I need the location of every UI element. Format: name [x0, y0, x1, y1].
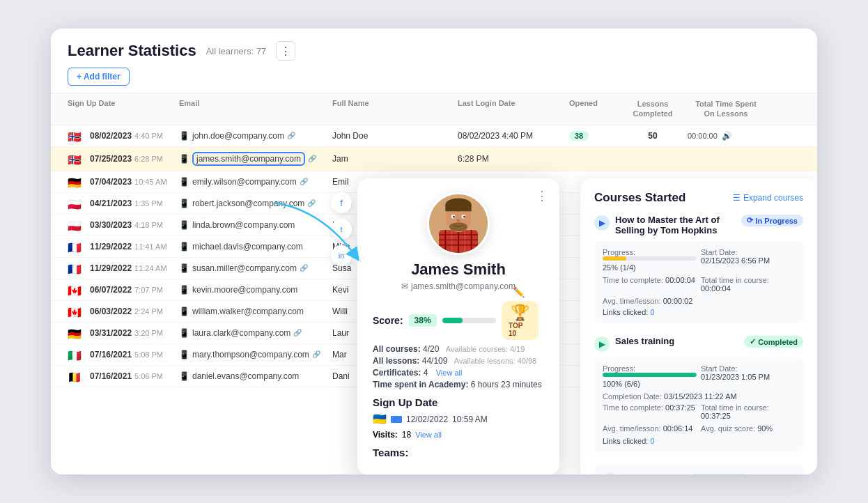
status-check: ✓: [750, 337, 756, 346]
profile-panel: ⋮ f t in: [357, 178, 559, 474]
time-complete-stat: Time to complete: 00:00:04: [603, 276, 697, 293]
questionnaire-icon: Q: [603, 472, 618, 474]
teams-label: Teams:: [373, 447, 544, 458]
courses-panel: Courses Started ☰ Expand courses ▶ How t…: [580, 178, 817, 474]
courses-header: Courses Started ☰ Expand courses: [594, 191, 803, 205]
learner-count: All learners: 77: [206, 46, 267, 56]
svg-rect-12: [445, 205, 471, 211]
courses-title: Courses Started: [594, 191, 685, 205]
linkedin-icon[interactable]: in: [331, 245, 352, 266]
flag-stripe: [391, 416, 402, 423]
score-bar: [442, 318, 496, 323]
questionnaire-header: Q Questionnaire ✓ Completed: [603, 472, 795, 474]
svg-point-15: [453, 216, 455, 218]
table-row[interactable]: 🇳🇴08/02/20234:40 PM 📱john.doe@company.co…: [51, 125, 817, 147]
course-status: ⟳ In Progress: [741, 215, 803, 226]
links-clicked-value[interactable]: 0: [650, 437, 654, 445]
questionnaire-item: Q Questionnaire ✓ Completed Score: 100% …: [594, 465, 803, 474]
svg-point-16: [463, 216, 465, 218]
avg-quiz-stat: Avg. quiz score: 90%: [701, 424, 795, 433]
social-sidebar: f t in: [331, 192, 352, 266]
course-icon: ▶: [594, 336, 610, 352]
teams-section: Teams:: [373, 447, 544, 458]
svg-point-18: [449, 222, 467, 231]
col-lessons: LessonsCompleted: [618, 99, 688, 119]
trophy-icon: 🏆: [511, 304, 529, 322]
status-dot: ⟳: [747, 216, 753, 225]
completion-date-stat: Completion Date: 03/15/2023 11:22 AM: [603, 392, 795, 401]
score-bar-fill: [442, 318, 463, 323]
expand-courses-button[interactable]: ☰ Expand courses: [733, 193, 803, 203]
course-stats: Progress: 25% (1/4) Start Date: 02/15/20…: [594, 241, 803, 323]
total-time-stat: Total time in course: 00:00:04: [701, 276, 795, 293]
progress-stat: Progress: 25% (1/4): [603, 248, 697, 272]
visits-row: Visits: 18 View all: [373, 430, 544, 440]
all-courses: All courses: 4/20 Available courses: 4/1…: [373, 344, 544, 354]
course-stats: Progress: 100% (6/6) Start Date: 01/23/2…: [594, 357, 803, 452]
score-label: Score:: [373, 315, 403, 326]
facebook-icon[interactable]: f: [331, 192, 352, 213]
time-spent: Time spent in Academy: 6 hours 23 minute…: [373, 380, 544, 389]
avg-time-lesson-stat: Avg. time/lesson: 00:06:14: [603, 424, 697, 433]
links-clicked: Links clicked: 0: [603, 437, 795, 445]
links-clicked-value[interactable]: 0: [650, 308, 654, 316]
view-all-certs-link[interactable]: View all: [436, 369, 463, 377]
avatar-wrap: [373, 192, 544, 255]
signup-section: Sign Up Date 🇺🇦 12/02/2022 10:59 AM Visi…: [373, 396, 544, 440]
trophy-label: TOP 10: [509, 322, 532, 337]
signup-section-title: Sign Up Date: [373, 396, 544, 408]
profile-menu-button[interactable]: ⋮: [536, 188, 548, 203]
avatar-image: [429, 192, 488, 255]
progress-stat: Progress: 100% (6/6): [603, 364, 697, 388]
col-name: Full Name: [332, 99, 458, 119]
total-time-stat: Total time in course: 00:37:25: [701, 403, 795, 420]
header: Learner Statistics All learners: 77 ⋮ + …: [51, 29, 817, 93]
time-complete-stat: Time to complete: 00:37:25: [603, 403, 697, 420]
options-button[interactable]: ⋮: [276, 41, 295, 61]
profile-name: James Smith: [373, 261, 544, 279]
col-login: Last Login Date: [458, 99, 569, 119]
twitter-icon[interactable]: t: [331, 219, 352, 240]
course-name: Sales training: [615, 336, 738, 346]
course-status: ✓ Completed: [744, 336, 803, 348]
edit-button[interactable]: ✏️: [513, 286, 525, 297]
add-filter-button[interactable]: + Add filter: [68, 68, 130, 86]
certificates: Certificates: 4 View all: [373, 368, 544, 378]
trophy-badge: 🏆 TOP 10: [502, 301, 538, 340]
main-card: Learner Statistics All learners: 77 ⋮ + …: [51, 29, 817, 474]
links-clicked: Links clicked: 0: [603, 308, 795, 316]
col-opened: Opened: [569, 99, 618, 119]
avg-time-stat: Avg. time/lesson: 00:00:02: [603, 297, 795, 305]
svg-point-17: [456, 219, 460, 222]
col-email: Email: [179, 99, 332, 119]
expand-icon: ☰: [733, 193, 741, 203]
col-time: Total Time SpentOn Lessons: [688, 99, 764, 119]
course-item: ▶ Sales training ✓ Completed Progress: 1…: [594, 336, 803, 452]
view-all-visits-link[interactable]: View all: [415, 431, 442, 439]
course-icon: ▶: [594, 215, 610, 231]
col-signup: Sign Up Date: [68, 99, 179, 119]
questionnaire-status: ✓ Completed: [690, 474, 749, 474]
table-row[interactable]: 🇳🇴07/25/20236:28 PM 📱 james.smith@compan…: [51, 147, 817, 171]
page-title: Learner Statistics: [68, 42, 196, 60]
all-lessons: All lessons: 44/109 Available lessons: 4…: [373, 356, 544, 366]
table-header: Sign Up Date Email Full Name Last Login …: [51, 93, 817, 125]
score-value: 38%: [409, 314, 437, 327]
course-item: ▶ How to Master the Art of Selling by To…: [594, 215, 803, 323]
score-row: Score: 38% 🏆 TOP 10: [373, 301, 544, 340]
signup-date-row: 🇺🇦 12/02/2022 10:59 AM: [373, 412, 544, 426]
start-date-stat: Start Date: 02/15/2023 6:56 PM: [701, 248, 795, 272]
course-name: How to Master the Art of Selling by Tom …: [615, 215, 736, 235]
start-date-stat: Start Date: 01/23/2023 1:05 PM: [701, 364, 795, 388]
email-icon: ✉: [401, 281, 408, 291]
avatar: [427, 192, 490, 255]
